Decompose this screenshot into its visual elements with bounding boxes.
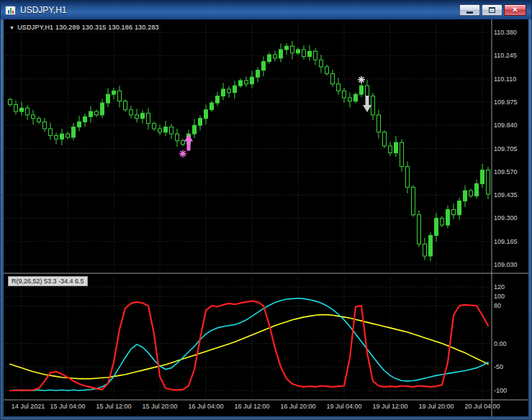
svg-text:16 Jul 04:00: 16 Jul 04:00 (188, 403, 223, 410)
app-icon[interactable] (5, 6, 16, 15)
app-window: USDJPY,H1 ✕ ▼ USDJPY,H1 130.289 130.315 … (0, 0, 532, 420)
svg-text:109.840: 109.840 (494, 122, 518, 129)
svg-text:110.380: 110.380 (494, 29, 517, 36)
svg-text:109.300: 109.300 (494, 214, 518, 222)
window-title: USDJPY,H1 (20, 5, 66, 15)
close-icon: ✕ (512, 6, 518, 14)
svg-text:-50: -50 (494, 363, 503, 370)
ohlc-text: USDJPY,H1 130.289 130.315 130.186 130.28… (17, 24, 159, 31)
chart-ohlc-header: ▼ USDJPY,H1 130.289 130.315 130.186 130.… (9, 24, 159, 31)
chart-canvas[interactable]: 110.380110.245110.110109.975109.840109.7… (4, 19, 528, 416)
svg-text:80: 80 (494, 302, 501, 309)
svg-text:109.030: 109.030 (494, 261, 518, 268)
minimize-icon (466, 12, 473, 14)
svg-text:120: 120 (494, 283, 505, 291)
window-controls: ✕ (459, 4, 526, 16)
close-button[interactable]: ✕ (504, 4, 526, 16)
svg-text:109.435: 109.435 (494, 191, 518, 198)
svg-text:109.975: 109.975 (494, 99, 518, 106)
maximize-button[interactable] (482, 4, 502, 16)
svg-text:110.245: 110.245 (494, 52, 517, 59)
minimize-button[interactable] (459, 4, 480, 16)
titlebar[interactable]: USDJPY,H1 ✕ (1, 1, 531, 19)
svg-text:14 Jul 2021: 14 Jul 2021 (12, 403, 45, 410)
chart-window: ▼ USDJPY,H1 130.289 130.315 130.186 130.… (4, 19, 528, 416)
svg-text:-100: -100 (494, 387, 507, 394)
symbol-dropdown-icon[interactable]: ▼ (9, 25, 14, 30)
svg-text:110.110: 110.110 (494, 76, 516, 83)
svg-text:16 Jul 12:00: 16 Jul 12:00 (234, 403, 269, 410)
svg-text:100: 100 (494, 293, 505, 300)
svg-text:109.165: 109.165 (494, 238, 518, 245)
svg-text:20 Jul 04:00: 20 Jul 04:00 (464, 403, 500, 410)
svg-text:15 Jul 20:00: 15 Jul 20:00 (142, 403, 177, 410)
svg-text:15 Jul 12:00: 15 Jul 12:00 (96, 403, 131, 410)
maximize-icon (489, 7, 495, 13)
svg-text:19 Jul 20:00: 19 Jul 20:00 (418, 403, 454, 410)
svg-text:19 Jul 04:00: 19 Jul 04:00 (326, 403, 361, 410)
svg-text:0.00: 0.00 (494, 340, 507, 347)
svg-text:109.705: 109.705 (494, 145, 518, 152)
svg-text:16 Jul 20:00: 16 Jul 20:00 (280, 403, 315, 410)
svg-text:15 Jul 04:00: 15 Jul 04:00 (50, 403, 85, 410)
svg-text:19 Jul 12:00: 19 Jul 12:00 (372, 403, 407, 410)
svg-text:109.570: 109.570 (494, 168, 518, 175)
indicator-label: R(9,26,52) 53.3 -34.4 6.5 (8, 276, 88, 286)
